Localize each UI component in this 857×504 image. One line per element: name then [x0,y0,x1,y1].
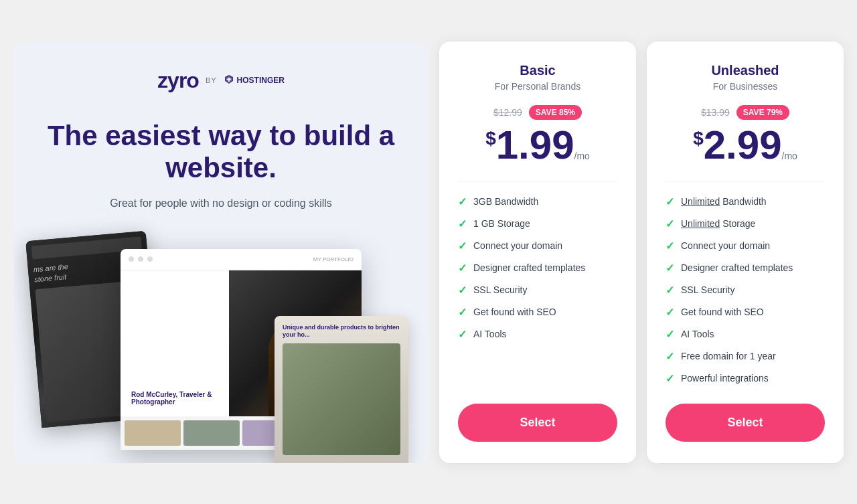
basic-features-list: ✓ 3GB Bandwidth ✓ 1 GB Storage ✓ Connect… [458,195,617,385]
basic-current-price: $ 1.99 /mo [458,125,617,165]
screenshot-container: ms are thestone fruit MY PORTFOLIO [40,236,402,463]
feature-text: Unlimited Bandwidth [681,196,767,207]
check-icon: ✓ [458,195,467,208]
check-icon: ✓ [666,372,674,385]
hero-subtext: Great for people with no design or codin… [110,197,332,209]
feature-text: AI Tools [681,329,714,339]
check-icon: ✓ [666,262,674,274]
list-item: ✓ Powerful integrations [666,372,825,385]
hero-image-area: ms are thestone fruit MY PORTFOLIO [40,230,402,463]
basic-plan-tagline: For Personal Brands [458,81,617,92]
unleashed-plan-tagline: For Businesses [666,81,825,92]
unleashed-price-amount: 2.99 [704,125,782,165]
feature-text: 1 GB Storage [473,218,530,229]
basic-select-button[interactable]: Select [458,404,617,442]
list-item: ✓ SSL Security [666,284,825,297]
list-item: ✓ 1 GB Storage [458,218,617,230]
unleashed-pricing-row: $13.99 SAVE 79% [666,105,825,120]
list-item: ✓ SSL Security [458,284,617,297]
feature-text: AI Tools [473,329,507,339]
hero-headline: The easiest way to build a website. [40,120,402,185]
unleashed-price-per: /mo [782,151,797,161]
list-item: ✓ 3GB Bandwidth [458,195,617,208]
basic-pricing-row: $12.99 SAVE 85% [458,105,617,120]
unleashed-select-button[interactable]: Select [666,404,825,442]
check-icon: ✓ [666,306,674,319]
feature-text: Powerful integrations [681,373,769,384]
unleashed-price-dollar: $ [693,129,704,148]
check-icon: ✓ [458,218,467,230]
list-item: ✓ Get found with SEO [666,306,825,319]
bottom-right-title: Unique and durable products to brighten … [283,324,400,339]
hostinger-text: HOSTINGER [237,76,285,85]
unleashed-plan-name: Unleashed [666,63,825,78]
basic-divider [458,181,617,182]
list-item: ✓ AI Tools [666,328,825,341]
page-container: zyro BY HOSTINGER The easiest way to bui… [13,41,844,463]
check-icon: ✓ [458,240,467,252]
hostinger-logo: HOSTINGER [224,75,285,86]
zyro-logo: zyro [157,68,199,93]
check-icon: ✓ [666,240,674,252]
feature-text: Connect your domain [681,240,770,251]
basic-price-per: /mo [574,151,590,161]
list-item: ✓ Connect your domain [666,240,825,252]
list-item: ✓ AI Tools [458,328,617,341]
feature-text: 3GB Bandwidth [473,196,538,207]
screenshot-bottom-right: Unique and durable products to brighten … [275,316,408,463]
basic-save-badge: SAVE 85% [529,105,582,120]
feature-text: SSL Security [473,284,527,295]
basic-plan-name: Basic [458,63,617,78]
check-icon: ✓ [666,350,674,363]
list-item: ✓ Free domain for 1 year [666,350,825,363]
hostinger-icon [224,75,234,86]
svg-rect-3 [226,79,231,80]
check-icon: ✓ [666,284,674,297]
feature-text: Get found with SEO [681,307,764,317]
basic-plan-card: Basic For Personal Brands $12.99 SAVE 85… [439,41,636,463]
feature-text: Designer crafted templates [681,262,793,273]
basic-price-dollar: $ [485,129,496,148]
check-icon: ✓ [666,218,674,230]
list-item: ✓ Unlimited Storage [666,218,825,230]
feature-text: Unlimited Storage [681,218,755,229]
unleashed-save-badge: SAVE 79% [736,105,789,120]
logo-area: zyro BY HOSTINGER [157,68,285,93]
list-item: ✓ Unlimited Bandwidth [666,195,825,208]
check-icon: ✓ [458,306,467,319]
check-icon: ✓ [458,284,467,297]
feature-text: SSL Security [681,284,734,295]
portfolio-name: Rod McCurley, Traveler &Photographer [131,391,218,406]
unleashed-plan-card: Unleashed For Businesses $13.99 SAVE 79%… [647,41,844,463]
check-icon: ✓ [666,328,674,341]
basic-original-price: $12.99 [493,107,522,118]
list-item: ✓ Connect your domain [458,240,617,252]
check-icon: ✓ [458,262,467,274]
check-icon: ✓ [666,195,674,208]
by-label: BY [206,76,217,84]
list-item: ✓ Designer crafted templates [666,262,825,274]
feature-text: Free domain for 1 year [681,351,776,361]
list-item: ✓ Get found with SEO [458,306,617,319]
unleashed-original-price: $13.99 [701,107,730,118]
check-icon: ✓ [458,328,467,341]
unleashed-features-list: ✓ Unlimited Bandwidth ✓ Unlimited Storag… [666,195,825,385]
unleashed-divider [666,181,825,182]
feature-text: Connect your domain [473,240,562,251]
feature-text: Get found with SEO [473,307,556,317]
feature-text: Designer crafted templates [473,262,585,273]
hero-panel: zyro BY HOSTINGER The easiest way to bui… [13,41,428,463]
list-item: ✓ Designer crafted templates [458,262,617,274]
basic-price-amount: 1.99 [496,125,574,165]
unleashed-current-price: $ 2.99 /mo [666,125,825,165]
